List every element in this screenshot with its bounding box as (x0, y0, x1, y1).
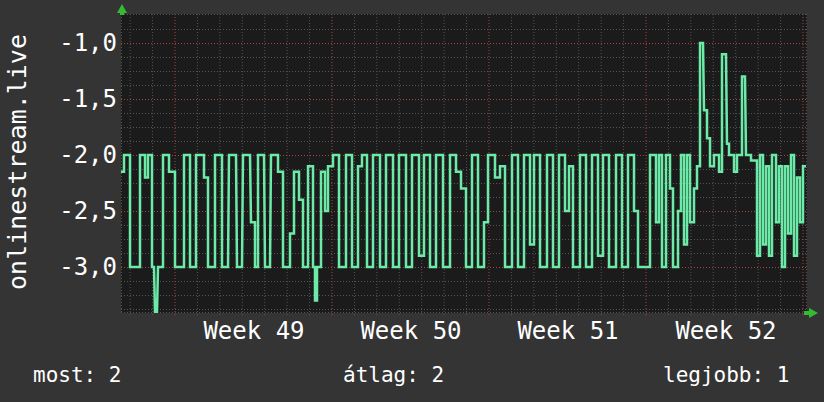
rrd-rank-graph: onlinestream.live -1,0-1,5-2,0-2,5-3,0 W… (0, 0, 824, 402)
y-tick-label: -3,0 (0, 255, 117, 279)
rank-line (121, 43, 806, 312)
y-tick-label: -1,5 (0, 87, 117, 111)
y-tick-label: -2,5 (0, 199, 117, 223)
x-tick-label: Week 51 (517, 319, 618, 343)
legend-item: most: 2 (33, 363, 122, 387)
x-tick-label: Week 50 (360, 319, 461, 343)
y-tick-label: -1,0 (0, 31, 117, 55)
y-tick-label: -2,0 (0, 143, 117, 167)
plot-area (121, 14, 807, 313)
x-tick-label: Week 52 (675, 319, 776, 343)
x-axis-arrow-icon (809, 308, 818, 318)
legend-item: legjobb: 1 (663, 363, 789, 387)
y-axis-arrow-stem (120, 11, 124, 15)
legend-item: átlag: 2 (343, 363, 444, 387)
x-axis-arrow-stem (804, 311, 810, 315)
x-tick-label: Week 49 (203, 319, 304, 343)
rank-line-chart (121, 14, 807, 313)
